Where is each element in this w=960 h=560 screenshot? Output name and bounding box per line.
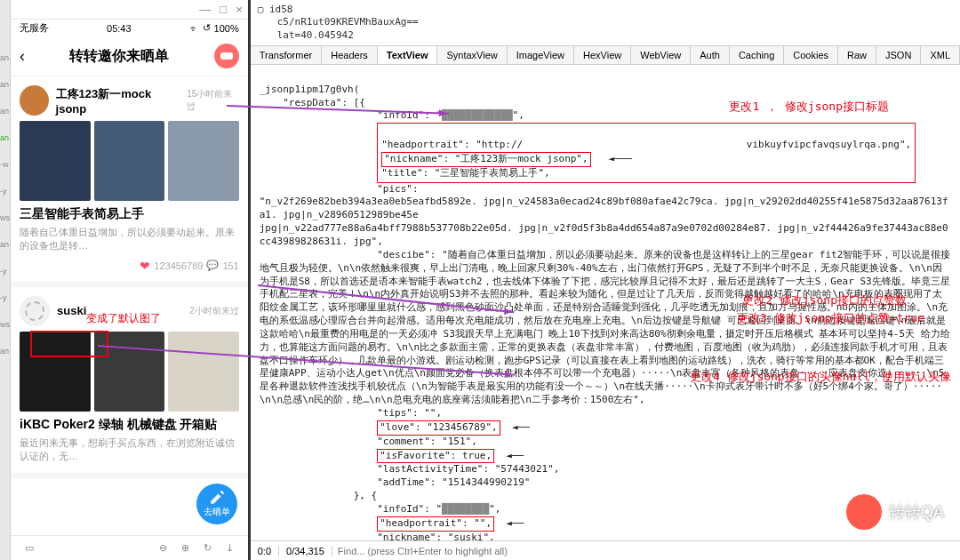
post-time: 15小时前来过 — [187, 88, 239, 113]
feed[interactable]: 工疼123新一mock jsonp 15小时前来过 三星智能手表简易上手 随着自… — [11, 76, 248, 535]
highlight-box — [30, 331, 108, 357]
back-button[interactable]: ‹ — [20, 47, 25, 66]
wifi-icon: ᯤ — [189, 23, 199, 34]
edit-icon — [209, 490, 225, 506]
json-line: "nickname": "suski", — [377, 532, 494, 540]
tab-syntaxview[interactable]: SyntaxView — [437, 46, 507, 64]
post-title: iKBC Poker2 绿轴 机械键盘 开箱贴 — [20, 417, 239, 433]
phone-emulator: — □ × 无服务 05:43 ᯤ ↺ 100% ‹ 转转邀你来晒单 工疼123… — [11, 0, 248, 560]
response-textview[interactable]: _jsonp1ipm17g0vh( "respData": [{ "infoId… — [251, 65, 960, 540]
tab-auth[interactable]: Auth — [691, 46, 730, 64]
json-line: "addTime": "1514344990219" — [377, 476, 530, 488]
highlight-love: "love": "123456789", — [377, 420, 500, 436]
highlight-box: "headportrait": "http:// vibkuyfvipcfavq… — [377, 123, 916, 182]
like-icon[interactable]: ❤ — [140, 259, 150, 273]
tab-imageview[interactable]: ImageView — [508, 46, 574, 64]
tab-headers[interactable]: Headers — [322, 46, 378, 64]
find-input[interactable] — [332, 546, 960, 556]
app-header: ‹ 转转邀你来晒单 — [11, 36, 248, 76]
watermark-logo-icon — [846, 494, 882, 530]
watermark-text: 转转QA — [889, 501, 944, 523]
post-desc: 随着自己体重日益增加，所以必须要动起来。原来的设备也是转… — [20, 226, 239, 253]
statusbar: 无服务 05:43 ᯤ ↺ 100% — [11, 20, 248, 36]
json-line: "n_v2f269e82beb394a3ea0eb5eafbd5892e. jp… — [260, 196, 948, 247]
json-line: "respData": [{ — [283, 97, 365, 108]
status-line: 0:0 0/34,315 — [251, 540, 960, 560]
json-line: }, { — [354, 490, 378, 501]
refresh-icon: ↺ — [203, 22, 211, 34]
json-line: "lastActivityTime": "57443021", — [377, 463, 559, 475]
highlight-headportrait: "headportrait": "", — [377, 516, 494, 532]
nav-icon[interactable]: ▭ — [25, 542, 34, 554]
bottombar: ▭ ⊖ ⊕ ↻ ⤓ — [11, 535, 248, 560]
avatar[interactable] — [20, 85, 49, 116]
json-line: _jsonp1ipm17g0vh( — [260, 84, 360, 95]
win-min-button[interactable]: — — [199, 3, 211, 16]
tab-raw[interactable]: Raw — [838, 46, 876, 64]
tree-row[interactable]: ▢ id58 — [258, 4, 953, 16]
highlight-nickname: "nickname": "工疼123新一mock jsonp", — [381, 152, 590, 167]
thumbnail[interactable] — [20, 121, 91, 201]
nickname: 工疼123新一mock jsonp — [56, 86, 180, 116]
annotation-2: 更改2 修改jsonp接口的点赞数 — [742, 292, 907, 308]
like-count: 123456789 — [154, 260, 203, 271]
tab-hexview[interactable]: HexView — [574, 46, 631, 64]
post-time: 2小时前来过 — [189, 305, 239, 317]
request-tree[interactable]: ▢ id58 c5/nR1ut09KREVMhBauxAg== lat=40.0… — [251, 0, 960, 45]
json-line: "pics": — [377, 183, 418, 195]
clock: 05:43 — [107, 23, 132, 34]
highlight-isfavorite: "isFavorite": true, — [377, 449, 494, 464]
tree-row[interactable]: lat=40.045942 — [258, 29, 953, 42]
annotation-3: 更改3 修改jsonp接口的点赞=true — [737, 310, 924, 326]
fab-label: 去晒单 — [204, 506, 230, 518]
page-title: 转转邀你来晒单 — [69, 47, 169, 66]
battery-label: 100% — [214, 23, 239, 34]
post-title: 三星智能手表简易上手 — [20, 206, 239, 222]
tab-webview[interactable]: WebView — [631, 46, 691, 64]
nickname: suski — [57, 304, 86, 317]
tab-textview[interactable]: TextView — [378, 46, 438, 64]
json-line: "descibe": — [377, 249, 436, 260]
byte-count: 0/34,315 — [279, 546, 332, 556]
cursor-pos: 0:0 — [251, 546, 279, 556]
win-max-button[interactable]: □ — [220, 3, 227, 16]
json-line: "comment": "151", — [377, 436, 477, 447]
refresh-icon[interactable]: ↻ — [204, 542, 212, 554]
comment-count: 151 — [222, 260, 238, 271]
zoom-out-icon[interactable]: ⊖ — [159, 542, 167, 554]
tabstrip: Transformer Headers TextView SyntaxView … — [251, 45, 960, 65]
annotation-default-avatar: 变成了默认图了 — [86, 311, 161, 326]
carrier-label: 无服务 — [20, 21, 49, 35]
inspector-panel: ▢ id58 c5/nR1ut09KREVMhBauxAg== lat=40.0… — [248, 0, 960, 560]
post-desc: 最近闲来无事，想刷手买点东西，在浏览附近诚信认证的，无… — [20, 436, 239, 464]
tab-transformer[interactable]: Transformer — [251, 46, 323, 64]
fab-post-button[interactable]: 去晒单 — [196, 484, 237, 524]
tree-row[interactable]: c5/nR1ut09KREVMhBauxAg== — [258, 16, 953, 28]
json-line: "title": "三星智能手表简易上手", — [381, 167, 549, 179]
annotation-4: 更改4 修改jsonp接口的头像null，使用默认头像 — [690, 369, 951, 385]
zoom-in-icon[interactable]: ⊕ — [181, 542, 189, 554]
tab-json[interactable]: JSON — [876, 46, 921, 64]
window-titlebar: — □ × — [11, 0, 248, 20]
json-line: "headportrait": "http:// vibkuyfvipcfavq… — [381, 139, 911, 150]
post[interactable]: 工疼123新一mock jsonp 15小时前来过 三星智能手表简易上手 随着自… — [11, 76, 248, 287]
thumbnail[interactable] — [168, 121, 239, 201]
download-icon[interactable]: ⤓ — [226, 542, 234, 554]
json-line: "tips": "", — [377, 407, 442, 419]
tab-caching[interactable]: Caching — [730, 46, 784, 64]
annotation-1: 更改1 ， 修改jsonp接口标题 — [729, 99, 889, 115]
json-line: "infoId": "████████", — [377, 503, 500, 515]
tab-cookies[interactable]: Cookies — [784, 46, 838, 64]
mascot-icon[interactable] — [214, 44, 239, 68]
thumbnail[interactable] — [94, 121, 165, 201]
thumbnail[interactable] — [168, 332, 239, 412]
avatar-default[interactable] — [20, 296, 50, 326]
win-close-button[interactable]: × — [236, 3, 243, 16]
watermark: 转转QA — [846, 494, 944, 530]
gutter: anananan-w-ywsan-y-ywsan — [0, 0, 11, 560]
tab-xml[interactable]: XML — [921, 46, 960, 64]
comment-icon[interactable]: 💬 — [206, 260, 219, 271]
